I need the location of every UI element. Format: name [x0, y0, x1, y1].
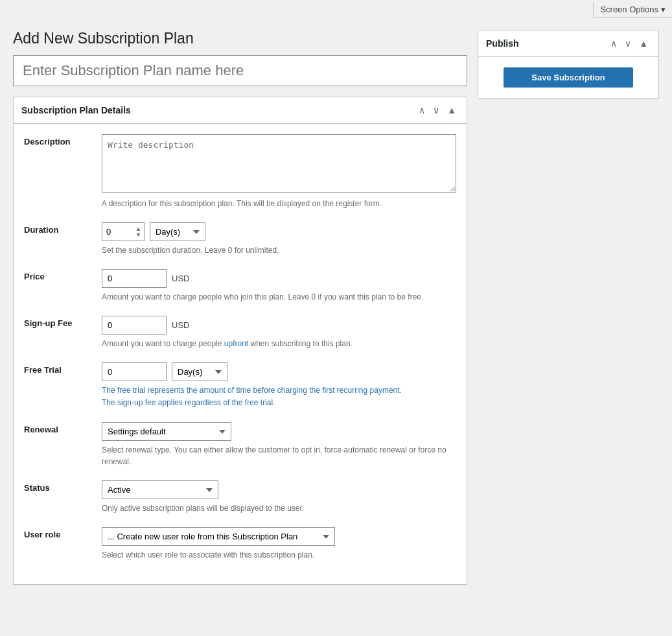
price-currency: USD	[172, 274, 189, 283]
publish-controls: ∧ ∨ ▲	[608, 37, 651, 50]
free-trial-help: The free trial represents the amount of …	[102, 384, 456, 409]
price-row: Price USD Amount you want to charge peop…	[24, 269, 456, 303]
user-role-help: Select which user role to associate with…	[102, 549, 456, 561]
duration-row: Duration ▲ ▼ Day(s)	[24, 222, 456, 256]
signup-fee-help: Amount you want to charge people upfront…	[102, 338, 456, 349]
plan-name-input[interactable]	[13, 55, 467, 86]
metabox-title: Subscription Plan Details	[21, 105, 131, 115]
renewal-help: Select renewal type. You can either allo…	[102, 444, 456, 467]
user-role-field: ... Create new user role from this Subsc…	[102, 527, 456, 561]
metabox-up-button[interactable]: ∧	[416, 104, 428, 117]
duration-help: Set the subscription duration. Leave 0 f…	[102, 244, 456, 256]
duration-controls: ▲ ▼ Day(s) Week(s) Month(s) Year(s)	[102, 222, 456, 241]
price-controls: USD	[102, 269, 456, 288]
status-help: Only active subscription plans will be d…	[102, 502, 456, 514]
description-field: A description for this subscription plan…	[102, 134, 456, 209]
save-subscription-button[interactable]: Save Subscription	[504, 67, 633, 88]
metabox-header[interactable]: Subscription Plan Details ∧ ∨ ▲	[14, 97, 467, 124]
screen-options-chevron: ▾	[661, 5, 666, 14]
signup-fee-help-prefix: Amount you want to charge people	[102, 339, 224, 348]
metabox-controls: ∧ ∨ ▲	[416, 104, 459, 117]
description-row: Description A description for this subsc…	[24, 134, 456, 209]
duration-spinner: ▲ ▼	[135, 226, 141, 238]
publish-header[interactable]: Publish ∧ ∨ ▲	[478, 30, 658, 57]
signup-fee-field: USD Amount you want to charge people upf…	[102, 316, 456, 349]
screen-options-button[interactable]: Screen Options ▾	[593, 2, 672, 18]
signup-fee-row: Sign-up Fee USD Amount you want to charg…	[24, 316, 456, 349]
publish-up-button[interactable]: ∧	[608, 37, 620, 50]
price-input[interactable]	[102, 269, 167, 288]
free-trial-unit-select[interactable]: Day(s) Week(s) Month(s) Year(s)	[172, 362, 227, 381]
publish-title: Publish	[486, 38, 519, 49]
renewal-select[interactable]: Settings default Allow opt-in Force auto…	[102, 422, 231, 441]
signup-fee-currency: USD	[172, 320, 189, 330]
duration-number-wrapper: ▲ ▼	[102, 222, 145, 241]
price-label: Price	[24, 269, 102, 281]
metabox-body: Description A description for this subsc…	[14, 124, 467, 584]
price-help: Amount you want to charge people who joi…	[102, 291, 456, 303]
publish-body: Save Subscription	[478, 57, 658, 98]
signup-fee-label: Sign-up Fee	[24, 316, 102, 328]
signup-fee-input[interactable]	[102, 316, 167, 335]
duration-field: ▲ ▼ Day(s) Week(s) Month(s) Year(s)	[102, 222, 456, 256]
free-trial-field: Day(s) Week(s) Month(s) Year(s) The free…	[102, 362, 456, 409]
price-field: USD Amount you want to charge people who…	[102, 269, 456, 303]
free-trial-row: Free Trial Day(s) Week(s) Month(s) Year(…	[24, 362, 456, 409]
metabox-down-button[interactable]: ∨	[430, 104, 442, 117]
subscription-plan-details-metabox: Subscription Plan Details ∧ ∨ ▲ Descript…	[13, 97, 467, 585]
signup-fee-help-link[interactable]: upfront	[224, 339, 248, 348]
metabox-close-button[interactable]: ▲	[445, 104, 459, 117]
duration-label: Duration	[24, 222, 102, 235]
status-field: Active Inactive Only active subscription…	[102, 480, 456, 514]
free-trial-label: Free Trial	[24, 362, 102, 375]
status-select[interactable]: Active Inactive	[102, 480, 218, 499]
free-trial-input[interactable]	[102, 362, 167, 381]
free-trial-help-line1: The free trial represents the amount of …	[102, 386, 402, 395]
description-label: Description	[24, 134, 102, 147]
renewal-label: Renewal	[24, 422, 102, 434]
free-trial-help-line2: The sign-up fee applies regardless of th…	[102, 398, 275, 407]
free-trial-controls: Day(s) Week(s) Month(s) Year(s)	[102, 362, 456, 381]
status-label: Status	[24, 480, 102, 493]
signup-fee-controls: USD	[102, 316, 456, 335]
user-role-select[interactable]: ... Create new user role from this Subsc…	[102, 527, 335, 546]
signup-fee-help-suffix: when subscribing to this plan.	[248, 339, 353, 348]
renewal-field: Settings default Allow opt-in Force auto…	[102, 422, 456, 467]
status-row: Status Active Inactive Only active subsc…	[24, 480, 456, 514]
description-help: A description for this subscription plan…	[102, 198, 456, 209]
publish-down-button[interactable]: ∨	[622, 37, 634, 50]
page-title: Add New Subscription Plan	[13, 30, 467, 47]
duration-spinner-down[interactable]: ▼	[135, 232, 141, 238]
renewal-row: Renewal Settings default Allow opt-in Fo…	[24, 422, 456, 467]
duration-unit-select[interactable]: Day(s) Week(s) Month(s) Year(s)	[150, 222, 205, 241]
duration-number-input[interactable]	[105, 224, 134, 239]
description-textarea[interactable]	[102, 134, 456, 193]
screen-options-label: Screen Options	[600, 5, 658, 14]
user-role-row: User role ... Create new user role from …	[24, 527, 456, 561]
user-role-label: User role	[24, 527, 102, 539]
publish-close-button[interactable]: ▲	[636, 37, 651, 50]
publish-box: Publish ∧ ∨ ▲ Save Subscription	[478, 30, 659, 99]
